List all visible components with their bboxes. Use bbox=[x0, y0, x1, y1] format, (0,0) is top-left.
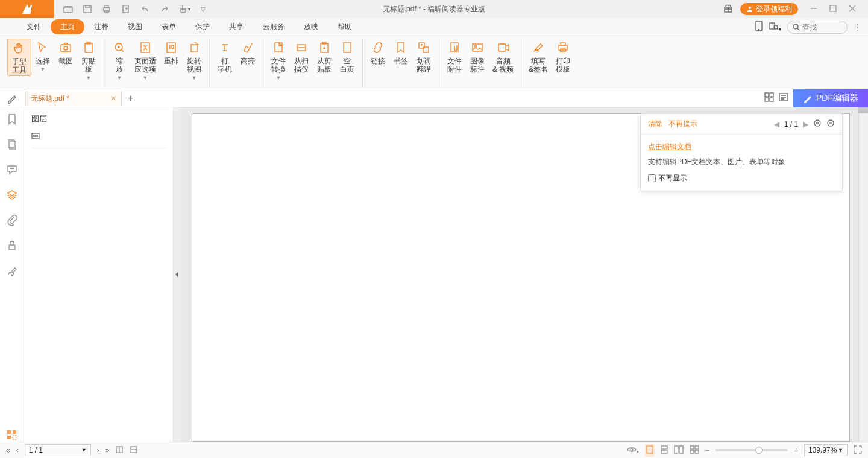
zoom-button[interactable]: 缩 放▼ bbox=[108, 39, 131, 82]
search-input[interactable] bbox=[802, 23, 838, 31]
panel-title: 图层 bbox=[31, 113, 166, 124]
from-clipboard-button[interactable]: 从剪 贴板 bbox=[313, 39, 336, 75]
convert-button[interactable]: 文件 转换▼ bbox=[267, 39, 290, 82]
close-tab-icon[interactable]: ✕ bbox=[110, 94, 116, 103]
app-logo[interactable] bbox=[0, 0, 54, 18]
select-button[interactable]: 选择▼ bbox=[31, 39, 54, 74]
page-layout-1-icon[interactable] bbox=[115, 445, 124, 456]
bookmark-button[interactable]: 书签 bbox=[389, 39, 412, 66]
new-page-icon[interactable] bbox=[121, 4, 131, 14]
save-icon[interactable] bbox=[82, 4, 93, 14]
tip-dontshow-checkbox[interactable]: 不再显示 bbox=[648, 173, 835, 183]
image-annot-button[interactable]: 图像 标注 bbox=[466, 39, 489, 75]
tip-settings-icon[interactable] bbox=[813, 119, 822, 129]
collapse-panel-button[interactable] bbox=[174, 107, 181, 442]
zoom-slider[interactable] bbox=[715, 449, 788, 451]
facing-icon[interactable] bbox=[674, 445, 684, 456]
hand-tool-button[interactable]: 手型 工具 bbox=[7, 39, 31, 76]
snapshot-button[interactable]: 截图 bbox=[54, 39, 77, 66]
page-number-input[interactable]: 1 / 1▼ bbox=[25, 444, 91, 456]
login-button[interactable]: 登录领福利 bbox=[740, 3, 798, 15]
search-box[interactable] bbox=[787, 21, 848, 34]
annotate-tool-icon[interactable] bbox=[0, 89, 24, 107]
page-layout-2-icon[interactable] bbox=[130, 445, 138, 456]
last-page-icon[interactable]: » bbox=[105, 446, 110, 454]
open-icon[interactable] bbox=[63, 4, 74, 14]
tip-prev-icon[interactable]: ◀ bbox=[774, 120, 779, 129]
clipboard-button[interactable]: 剪贴 板▼ bbox=[77, 39, 100, 82]
attachments-panel-icon[interactable] bbox=[5, 214, 19, 227]
vertical-scrollbar[interactable] bbox=[858, 107, 868, 442]
redo-icon[interactable] bbox=[159, 4, 170, 14]
add-tab-button[interactable]: + bbox=[122, 89, 140, 107]
continuous-icon[interactable] bbox=[661, 445, 668, 456]
tip-next-icon[interactable]: ▶ bbox=[803, 120, 808, 129]
translate-button[interactable]: 划词 翻译 bbox=[412, 39, 435, 75]
zoom-input[interactable]: 139.97%▼ bbox=[804, 444, 848, 456]
menu-help[interactable]: 帮助 bbox=[328, 19, 362, 34]
svg-rect-37 bbox=[765, 93, 769, 97]
prev-page-icon[interactable]: ‹ bbox=[16, 446, 19, 454]
pdf-editor-button[interactable]: PDF编辑器 bbox=[793, 89, 868, 107]
apps-icon[interactable] bbox=[5, 428, 19, 442]
menu-protect[interactable]: 保护 bbox=[186, 19, 219, 34]
security-panel-icon[interactable] bbox=[5, 239, 19, 252]
fullscreen-icon[interactable] bbox=[854, 445, 862, 456]
svg-rect-65 bbox=[695, 446, 699, 449]
menu-cloud[interactable]: 云服务 bbox=[253, 19, 294, 34]
single-page-icon[interactable] bbox=[645, 444, 655, 457]
zoom-in-icon[interactable]: + bbox=[794, 446, 798, 454]
layers-panel-icon[interactable] bbox=[5, 188, 19, 202]
rotate-button[interactable]: 旋转 视图▼ bbox=[183, 39, 206, 82]
mobile-icon[interactable] bbox=[755, 21, 763, 33]
print-template-button[interactable]: 打印 模板 bbox=[552, 39, 574, 75]
print-icon[interactable] bbox=[101, 4, 112, 14]
pages-panel-icon[interactable] bbox=[5, 138, 19, 151]
next-page-icon[interactable]: › bbox=[97, 446, 99, 454]
grid-view-icon[interactable] bbox=[764, 92, 774, 104]
menu-comment[interactable]: 注释 bbox=[84, 19, 118, 34]
bookmarks-panel-icon[interactable] bbox=[5, 112, 19, 126]
document-canvas[interactable]: 清除 不再提示 ◀ 1 / 1 ▶ 点击编辑文档 支持编辑PDF文档文本、图片、… bbox=[181, 107, 868, 442]
fit-button[interactable]: 页面适 应选项▼ bbox=[131, 39, 160, 82]
minimize-button[interactable] bbox=[810, 5, 819, 13]
visibility-icon[interactable]: ▾ bbox=[627, 446, 639, 455]
typewriter-button[interactable]: 打 字机 bbox=[213, 39, 236, 75]
continuous-facing-icon[interactable] bbox=[690, 445, 699, 456]
menu-more-icon[interactable]: ⋮ bbox=[854, 22, 862, 32]
zoom-out-icon[interactable]: − bbox=[705, 446, 709, 454]
link-button[interactable]: 链接 bbox=[366, 39, 389, 66]
menu-share[interactable]: 共享 bbox=[219, 19, 253, 34]
svg-rect-15 bbox=[61, 45, 71, 52]
scan-button[interactable]: 从扫 描仪 bbox=[290, 39, 313, 75]
attach-button[interactable]: 文件 附件 bbox=[443, 39, 466, 75]
tip-noremind[interactable]: 不再提示 bbox=[668, 119, 697, 129]
signature-panel-icon[interactable] bbox=[5, 264, 19, 278]
menu-home[interactable]: 主页 bbox=[51, 19, 84, 34]
tip-clear[interactable]: 清除 bbox=[648, 119, 662, 129]
highlight-button[interactable]: 高亮 bbox=[236, 39, 259, 66]
comments-panel-icon[interactable] bbox=[5, 163, 19, 176]
find-tool-icon[interactable]: ▾ bbox=[769, 21, 781, 33]
touch-icon[interactable]: ▾ bbox=[178, 4, 189, 14]
reflow-button[interactable]: 重排 bbox=[160, 39, 183, 66]
layer-item[interactable] bbox=[31, 129, 166, 144]
layers-panel: 图层 bbox=[24, 107, 174, 442]
document-tab[interactable]: 无标题.pdf * ✕ bbox=[25, 91, 122, 106]
tip-edit-link[interactable]: 点击编辑文档 bbox=[648, 142, 835, 152]
fill-sign-button[interactable]: 填写 &签名 bbox=[525, 39, 552, 75]
qat-more-icon[interactable]: ▽ bbox=[198, 4, 209, 14]
maximize-button[interactable] bbox=[829, 5, 838, 13]
menu-form[interactable]: 表单 bbox=[152, 19, 186, 34]
menu-file[interactable]: 文件 bbox=[17, 19, 51, 34]
gift-icon[interactable] bbox=[723, 4, 734, 14]
reader-view-icon[interactable] bbox=[779, 92, 788, 104]
blank-page-button[interactable]: 空 白页 bbox=[336, 39, 359, 75]
tip-collapse-icon[interactable] bbox=[826, 119, 835, 129]
menu-view[interactable]: 视图 bbox=[118, 19, 152, 34]
menu-present[interactable]: 放映 bbox=[294, 19, 328, 34]
audio-video-button[interactable]: 音频 & 视频 bbox=[489, 39, 517, 75]
undo-icon[interactable] bbox=[140, 4, 151, 14]
close-button[interactable] bbox=[849, 5, 857, 13]
first-page-icon[interactable]: « bbox=[6, 446, 10, 454]
